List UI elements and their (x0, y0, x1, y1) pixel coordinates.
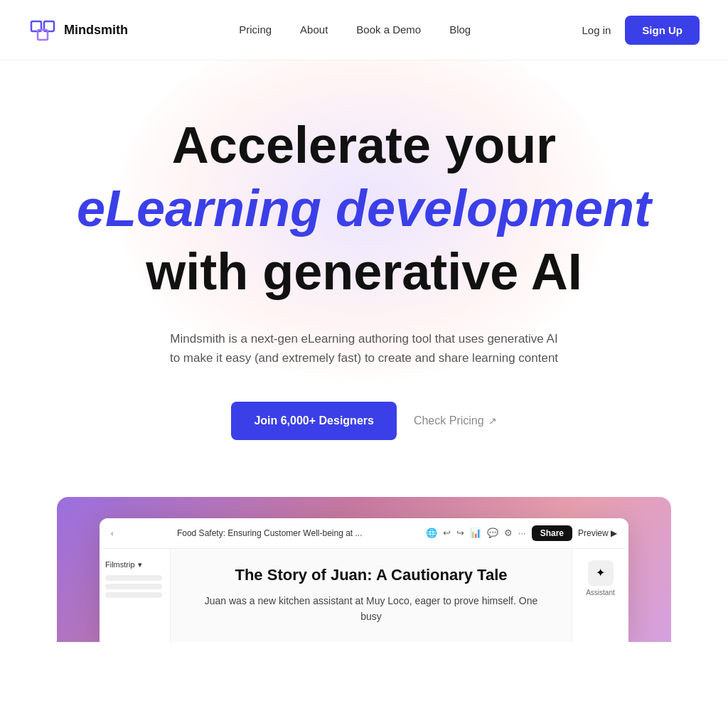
toolbar-chat-icon[interactable]: 💬 (487, 528, 498, 538)
filmstrip-dropdown-icon: ▾ (138, 560, 142, 569)
app-preview: ‹ Food Safety: Ensuring Customer Well-be… (57, 497, 671, 642)
nav-blog[interactable]: Blog (449, 23, 471, 36)
toolbar-right-actions: ↩ ↪ 📊 💬 ⚙ ··· Share Preview ▶ (443, 525, 617, 541)
toolbar-redo-icon[interactable]: ↪ (456, 528, 464, 538)
login-button[interactable]: Log in (582, 24, 611, 36)
toolbar-chart-icon[interactable]: 📊 (470, 528, 481, 538)
nav-links: Pricing About Book a Demo Blog (239, 23, 471, 36)
navbar: Mindsmith Pricing About Book a Demo Blog… (0, 0, 728, 60)
app-toolbar: ‹ Food Safety: Ensuring Customer Well-be… (100, 518, 628, 549)
toolbar-undo-icon[interactable]: ↩ (443, 528, 451, 538)
app-sidebar: Filmstrip ▾ (100, 549, 171, 642)
content-text: Juan was a new kitchen assistant at Muy … (193, 593, 549, 625)
nav-pricing[interactable]: Pricing (239, 23, 272, 36)
hero-line2: eLearning development (28, 181, 700, 237)
toolbar-more-icon[interactable]: ··· (518, 528, 526, 538)
hero-description: Mindsmith is a next-gen eLearning author… (165, 329, 563, 368)
toolbar-back-button[interactable]: ‹ (111, 529, 114, 537)
toolbar-settings-icon[interactable]: ⚙ (504, 528, 513, 538)
nav-actions: Log in Sign Up (582, 16, 700, 45)
filmstrip-strip-3 (105, 592, 162, 598)
hero-section: Accelerate your eLearning development wi… (0, 60, 728, 685)
nav-book-demo[interactable]: Book a Demo (356, 23, 421, 36)
filmstrip-strip-2 (105, 584, 162, 589)
brand-logo[interactable]: Mindsmith (28, 16, 128, 44)
toolbar-share-button[interactable]: Share (532, 525, 572, 541)
signup-button[interactable]: Sign Up (625, 16, 700, 45)
hero-line1: Accelerate your (28, 117, 700, 173)
brand-name: Mindsmith (64, 23, 128, 38)
hero-cta-group: Join 6,000+ Designers Check Pricing ↗ (28, 402, 700, 440)
assistant-icon[interactable]: ✦ (588, 560, 614, 586)
content-heading: The Story of Juan: A Cautionary Tale (193, 566, 549, 584)
hero-line3: with generative AI (28, 244, 700, 300)
app-content: The Story of Juan: A Cautionary Tale Jua… (171, 549, 572, 642)
app-assistant-panel: ✦ Assistant (572, 549, 628, 642)
nav-about[interactable]: About (300, 23, 328, 36)
app-window: ‹ Food Safety: Ensuring Customer Well-be… (100, 518, 628, 642)
filmstrip-label[interactable]: Filmstrip ▾ (105, 557, 164, 572)
arrow-icon: ↗ (488, 415, 497, 427)
toolbar-title: Food Safety: Ensuring Customer Well-bein… (119, 528, 420, 538)
toolbar-globe-icon[interactable]: 🌐 (426, 528, 437, 538)
cta-secondary-button[interactable]: Check Pricing ↗ (414, 414, 497, 427)
filmstrip-strip-1 (105, 575, 162, 581)
app-body: Filmstrip ▾ The Story of Juan: A Caution… (100, 549, 628, 642)
assistant-label: Assistant (586, 589, 615, 596)
toolbar-preview-button[interactable]: Preview ▶ (578, 528, 617, 538)
cta-primary-button[interactable]: Join 6,000+ Designers (231, 402, 397, 440)
